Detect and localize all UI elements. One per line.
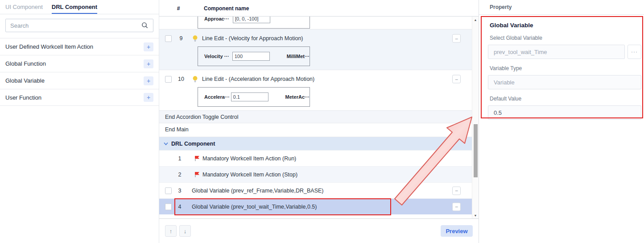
table-row-9[interactable]: 9 Line Edit - (Velocity for Approach Mot… [159,29,472,70]
parameter-unit: MeterAc··· [285,94,310,100]
table-row-approach-partial[interactable]: Approac··· [159,17,472,29]
search-input[interactable] [10,22,141,29]
select-global-variable-input[interactable] [488,45,625,59]
vertical-scrollbar[interactable]: ▲ ▼ [472,17,479,219]
move-up-button[interactable]: ↑ [165,225,177,237]
tab-ui-component[interactable]: UI Component [5,0,43,14]
scroll-down-icon[interactable]: ▼ [472,214,479,217]
column-header-number: # [174,5,183,12]
flag-icon [194,172,200,177]
flag-icon [194,155,200,161]
lightbulb-icon [192,76,198,83]
row-number: 2 [174,172,185,178]
table-row-2[interactable]: 2 Mandatory Workcell Item Action (Stop) [159,166,472,182]
remove-row-button[interactable]: − [452,202,461,211]
property-panel: Property Global Variable Select Global V… [479,0,644,243]
sidebar-item-label: Global Variable [5,77,144,84]
row-number: 10 [175,76,187,82]
component-name: Line Edit - (Acceleration for Approach M… [202,76,314,82]
component-name: Global Variable (prev_tool_wait_Time,Var… [192,204,317,210]
browse-button[interactable]: ··· [627,45,641,59]
component-name: Line Edit - (Velocity for Approach Motio… [202,35,303,42]
row-number: 9 [175,35,187,42]
table-header: # Component name [159,0,479,17]
add-button[interactable]: + [144,76,153,85]
sidebar-item-global-variable[interactable]: Global Variable + [0,72,159,89]
search-box [5,19,153,32]
preview-button[interactable]: Preview [441,225,473,237]
parameter-unit: MilliMet··· [287,54,310,59]
sidebar-item-label: User Defined Workcell Item Action [5,43,144,50]
scroll-up-icon[interactable]: ▲ [472,18,479,21]
component-name: Mandatory Workcell Item Action (Stop) [202,172,297,178]
lightbulb-icon [192,35,198,42]
row-checkbox[interactable] [165,187,172,194]
variable-type-label: Variable Type [490,65,644,71]
table-row-3[interactable]: 3 Global Variable (prev_ref_Frame,Variab… [159,182,472,198]
tab-drl-component[interactable]: DRL Component [52,0,97,14]
table-row-end-accordion-toggle-control[interactable]: End Accordion Toggle Control [159,110,472,123]
sidebar-item-label: User Function [5,94,144,101]
library-tabs: UI Component DRL Component [0,0,159,14]
group-header-drl-component[interactable]: DRL Component [159,137,472,150]
table-body: Approac··· 9 Line Edit - (Velocity for A… [159,17,479,219]
component-name: Global Variable (prev_ref_Frame,Variable… [192,188,324,194]
add-button[interactable]: + [144,93,153,102]
parameter-label: Approac··· [204,17,233,21]
parameter-label: Accelera··· [204,94,231,100]
default-value-input[interactable] [488,105,641,120]
remove-row-button[interactable]: − [452,75,461,84]
scrollbar-thumb[interactable] [474,124,478,177]
row-checkbox[interactable] [165,35,172,42]
add-button[interactable]: + [144,59,153,68]
parameter-box: Approac··· [198,17,310,29]
column-header-component-name: Component name [204,5,249,12]
search-icon [141,22,149,29]
remove-row-button[interactable]: − [452,34,461,43]
table-footer: ↑ ↓ Preview [159,219,479,243]
group-header-label: DRL Component [171,141,215,147]
remove-row-button[interactable]: − [452,186,461,195]
row-checkbox[interactable] [165,203,172,210]
sidebar-item-user-function[interactable]: User Function + [0,89,159,106]
app-window: UI Component DRL Component User Defined … [0,0,644,243]
variable-type-input[interactable] [488,75,641,89]
acceleration-value-input[interactable] [231,92,268,101]
move-down-button[interactable]: ↓ [179,225,191,237]
property-section-title: Global Variable [490,22,644,29]
row-number: 1 [174,155,185,162]
approach-value-input[interactable] [233,17,270,23]
sidebar-item-global-function[interactable]: Global Function + [0,55,159,72]
default-value-label: Default Value [490,96,644,102]
velocity-value-input[interactable] [232,52,270,61]
parameter-box: Accelera··· MeterAc··· [198,87,310,107]
table-row-10[interactable]: 10 Line Edit - (Acceleration for Approac… [159,70,472,110]
property-panel-title: Property [479,0,644,15]
select-global-variable-label: Select Global Variable [490,35,644,41]
add-button[interactable]: + [144,42,153,51]
chevron-down-icon [164,142,168,146]
table-row-end-main[interactable]: End Main [159,123,472,135]
sidebar-item-label: Global Function [5,60,144,67]
table-row-4-selected[interactable]: 4 Global Variable (prev_tool_wait_Time,V… [159,198,472,214]
row-number: 3 [174,188,185,194]
component-library-panel: UI Component DRL Component User Defined … [0,0,159,243]
row-number: 4 [174,204,185,210]
component-name: Mandatory Workcell Item Action (Run) [202,155,296,162]
table-row-1[interactable]: 1 Mandatory Workcell Item Action (Run) [159,150,472,166]
component-list-panel: # Component name Approac··· 9 [159,0,479,243]
row-checkbox[interactable] [165,76,172,83]
sidebar-item-user-defined-workcell-item-action[interactable]: User Defined Workcell Item Action + [0,38,159,55]
parameter-label: Velocity ··· [204,54,232,59]
parameter-box: Velocity ··· MilliMet··· [198,46,310,66]
